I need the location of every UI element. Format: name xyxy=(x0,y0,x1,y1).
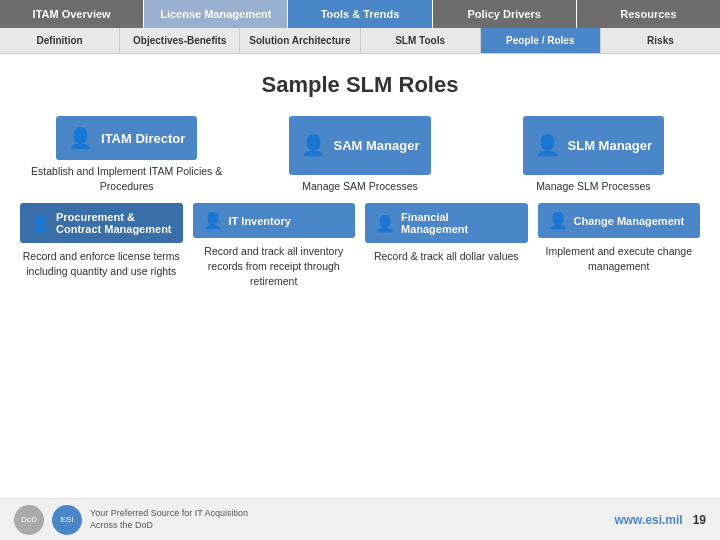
itam-director-card: 👤 ITAM Director xyxy=(56,116,197,160)
main-content: Sample SLM Roles 👤 ITAM Director Establi… xyxy=(0,54,720,298)
person-icon-4: 👤 xyxy=(30,214,50,233)
inventory-card: 👤 IT Inventory xyxy=(193,203,356,238)
sam-manager-description: Manage SAM Processes xyxy=(302,179,418,194)
esi-logo: ESI xyxy=(52,505,82,535)
nav-license-management[interactable]: License Management xyxy=(144,0,288,28)
financial-label: Financial Management xyxy=(401,211,518,235)
person-icon: 👤 xyxy=(68,126,93,150)
upper-roles-section: 👤 ITAM Director Establish and Implement … xyxy=(20,116,700,193)
person-icon-3: 👤 xyxy=(535,133,560,157)
subnav-objectives-benefits[interactable]: Objectives-Benefits xyxy=(120,28,240,53)
slm-manager-description: Manage SLM Processes xyxy=(536,179,650,194)
top-navigation: ITAM Overview License Management Tools &… xyxy=(0,0,720,28)
page-title: Sample SLM Roles xyxy=(20,72,700,98)
nav-itam-overview[interactable]: ITAM Overview xyxy=(0,0,144,28)
change-col: 👤 Change Management Implement and execut… xyxy=(538,203,701,288)
footer-right: www.esi.mil 19 xyxy=(614,513,706,527)
person-icon-7: 👤 xyxy=(548,211,568,230)
footer-page-number: 19 xyxy=(693,513,706,527)
itam-director-col: 👤 ITAM Director Establish and Implement … xyxy=(20,116,233,193)
dod-logo: DoD xyxy=(14,505,44,535)
sam-manager-card: 👤 SAM Manager xyxy=(289,116,432,175)
inventory-description: Record and track all inventory records f… xyxy=(193,244,356,288)
sam-manager-col: 👤 SAM Manager Manage SAM Processes xyxy=(253,116,466,193)
footer-logos: DoD ESI Your Preferred Source for IT Acq… xyxy=(14,505,250,535)
financial-description: Record & track all dollar values xyxy=(374,249,519,264)
subnav-definition[interactable]: Definition xyxy=(0,28,120,53)
subnav-slm-tools[interactable]: SLM Tools xyxy=(361,28,481,53)
footer: DoD ESI Your Preferred Source for IT Acq… xyxy=(0,498,720,540)
slm-manager-card: 👤 SLM Manager xyxy=(523,116,665,175)
footer-tagline: Your Preferred Source for IT Acquisition… xyxy=(90,508,250,531)
footer-url: www.esi.mil xyxy=(614,513,682,527)
financial-col: 👤 Financial Management Record & track al… xyxy=(365,203,528,288)
itam-director-description: Establish and Implement ITAM Policies & … xyxy=(20,164,233,193)
inventory-label: IT Inventory xyxy=(229,215,291,227)
sam-manager-label: SAM Manager xyxy=(334,138,420,153)
nav-tools-trends[interactable]: Tools & Trends xyxy=(288,0,432,28)
financial-card: 👤 Financial Management xyxy=(365,203,528,243)
procurement-description: Record and enforce license terms includi… xyxy=(20,249,183,278)
procurement-col: 👤 Procurement & Contract Management Reco… xyxy=(20,203,183,288)
lower-roles-section: 👤 Procurement & Contract Management Reco… xyxy=(20,203,700,288)
slm-manager-label: SLM Manager xyxy=(568,138,653,153)
subnav-risks[interactable]: Risks xyxy=(601,28,720,53)
person-icon-5: 👤 xyxy=(203,211,223,230)
procurement-card: 👤 Procurement & Contract Management xyxy=(20,203,183,243)
inventory-col: 👤 IT Inventory Record and track all inve… xyxy=(193,203,356,288)
person-icon-6: 👤 xyxy=(375,214,395,233)
sub-navigation: Definition Objectives-Benefits Solution … xyxy=(0,28,720,54)
person-icon-2: 👤 xyxy=(301,133,326,157)
itam-director-label: ITAM Director xyxy=(101,131,185,146)
nav-resources[interactable]: Resources xyxy=(577,0,720,28)
nav-policy-drivers[interactable]: Policy Drivers xyxy=(433,0,577,28)
change-label: Change Management xyxy=(574,215,685,227)
subnav-solution-architecture[interactable]: Solution Architecture xyxy=(240,28,360,53)
change-card: 👤 Change Management xyxy=(538,203,701,238)
subnav-people-roles[interactable]: People / Roles xyxy=(481,28,601,53)
procurement-label: Procurement & Contract Management xyxy=(56,211,173,235)
slm-manager-col: 👤 SLM Manager Manage SLM Processes xyxy=(487,116,700,193)
change-description: Implement and execute change management xyxy=(538,244,701,273)
